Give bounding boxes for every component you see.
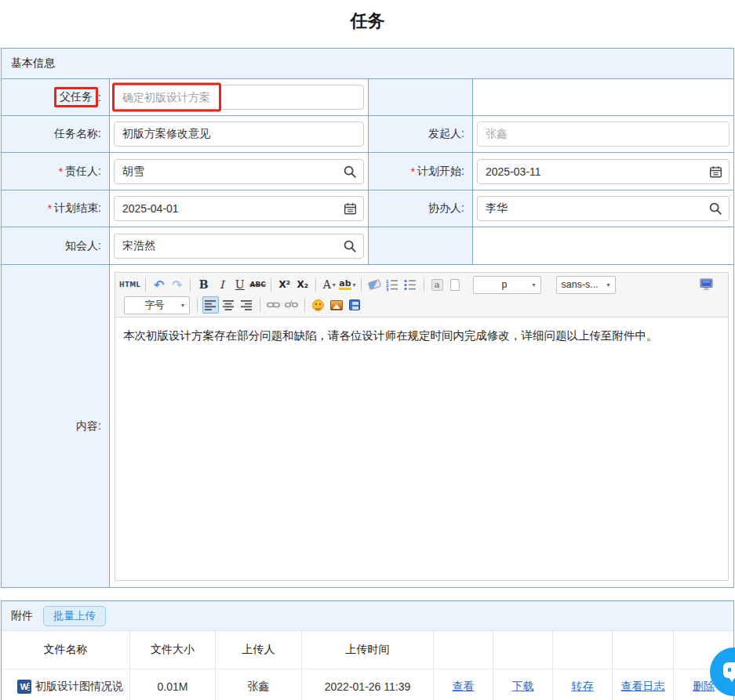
empty-label-cell-2	[368, 227, 472, 264]
calendar-icon[interactable]	[344, 202, 357, 216]
toolbar-separator	[315, 278, 316, 292]
page-title: 任务	[0, 0, 735, 48]
responsible-label-cell: * 责任人:	[2, 153, 109, 190]
plan-end-input[interactable]	[114, 196, 364, 221]
anchor-button[interactable]: a	[429, 276, 446, 293]
toolbar-separator	[271, 278, 271, 292]
eraser-icon[interactable]	[366, 276, 383, 293]
basic-info-table: 基本信息 父任务: 任务名称: 发起人: * 责任人:	[1, 48, 734, 588]
row-notified: 知会人:	[2, 227, 733, 264]
unordered-list-button[interactable]	[402, 276, 419, 293]
plan-start-input-cell	[472, 153, 733, 190]
editor-toolbar: HTML ↶ ↷ B I U ABC X² X₂ A▾	[115, 273, 728, 317]
strikethrough-button[interactable]: ABC	[249, 276, 266, 293]
search-icon[interactable]	[343, 165, 357, 179]
view-link[interactable]: 查看	[453, 680, 475, 694]
row-plan-end: * 计划结束: 协办人:	[2, 190, 733, 227]
co-organizer-input-cell	[472, 190, 733, 227]
header-action-2	[493, 631, 552, 669]
insert-link-icon[interactable]	[265, 296, 282, 314]
subscript-button[interactable]: X₂	[294, 276, 311, 293]
redo-icon[interactable]: ↷	[169, 276, 185, 293]
insert-video-icon[interactable]	[346, 296, 362, 314]
initiator-input	[477, 122, 730, 147]
chevron-down-icon: ▾	[333, 281, 336, 288]
co-organizer-input[interactable]	[477, 196, 730, 221]
responsible-input[interactable]	[114, 159, 364, 184]
required-mark: *	[411, 165, 415, 178]
align-center-button[interactable]	[220, 296, 237, 314]
row-parent-task: 父任务:	[2, 78, 733, 115]
attachments-table-header: 文件名称 文件大小 上传人 上传时间	[2, 631, 733, 669]
empty-label-cell-1	[368, 79, 472, 115]
notified-input[interactable]	[114, 234, 364, 259]
chevron-down-icon: ▾	[533, 281, 536, 288]
font-color-button[interactable]: A▾	[321, 276, 337, 293]
task-name-input[interactable]	[114, 122, 364, 147]
chevron-down-icon: ▾	[181, 302, 184, 309]
parent-task-input[interactable]	[114, 85, 364, 110]
ordered-list-button[interactable]: 123	[384, 276, 401, 293]
empty-input-cell-1	[472, 79, 733, 115]
unlink-icon[interactable]	[283, 296, 300, 314]
rich-text-editor: HTML ↶ ↷ B I U ABC X² X₂ A▾	[115, 272, 729, 581]
file-name-cell: W 初版设计图情况说	[2, 669, 129, 700]
attachments-header: 附件 批量上传	[2, 601, 733, 631]
font-size-select[interactable]: 字号▾	[124, 296, 190, 314]
parent-task-label-colon: :	[98, 91, 101, 103]
word-file-icon: W	[17, 680, 31, 694]
parent-task-input-cell	[109, 79, 368, 115]
superscript-button[interactable]: X²	[276, 276, 293, 293]
paragraph-format-select[interactable]: p▾	[473, 276, 541, 294]
highlight-color-button[interactable]: ab▾	[339, 276, 355, 293]
editor-content[interactable]: 本次初版设计方案存在部分问题和缺陷，请各位设计师在规定时间内完成修改，详细问题以…	[115, 317, 728, 580]
header-action-1	[433, 631, 493, 669]
emoticon-icon[interactable]	[310, 296, 326, 314]
highlight-letters: ab	[339, 279, 351, 290]
initiator-input-cell	[472, 116, 733, 152]
insert-image-icon[interactable]	[328, 296, 344, 314]
toolbar-separator	[260, 299, 260, 312]
search-icon[interactable]	[708, 201, 722, 216]
align-left-button[interactable]	[202, 296, 219, 314]
toolbar-separator	[304, 299, 305, 312]
file-uploader: 张鑫	[215, 669, 301, 700]
notified-input-cell	[109, 227, 368, 264]
header-action-3	[552, 631, 612, 669]
file-size: 0.01M	[129, 669, 215, 700]
font-family-select[interactable]: sans-s...▾	[556, 276, 616, 294]
toolbar-separator	[190, 278, 191, 292]
responsible-label: 责任人:	[65, 165, 101, 179]
font-family-value: sans-s...	[562, 279, 599, 290]
basic-info-section-header: 基本信息	[2, 49, 733, 78]
attachments-title: 附件	[11, 609, 33, 623]
attachment-table-row: W 初版设计图情况说 0.01M 张鑫 2022-01-26 11:39 查看 …	[2, 669, 733, 700]
empty-input-cell-2	[472, 227, 733, 264]
underline-button[interactable]: U	[231, 276, 248, 293]
header-file-name: 文件名称	[2, 631, 129, 669]
italic-button[interactable]: I	[213, 276, 230, 293]
view-log-link[interactable]: 查看日志	[621, 680, 665, 694]
plan-end-input-cell	[109, 190, 368, 227]
notified-label: 知会人:	[2, 227, 109, 264]
fullscreen-monitor-icon[interactable]	[698, 276, 715, 293]
plan-start-input[interactable]	[477, 159, 730, 184]
batch-upload-button[interactable]: 批量上传	[43, 606, 106, 626]
row-content: 内容: HTML ↶ ↷ B I U ABC X²	[2, 264, 733, 587]
bold-button[interactable]: B	[195, 276, 212, 293]
task-name-label: 任务名称:	[2, 116, 109, 152]
header-action-4	[612, 631, 673, 669]
parent-task-label-cell: 父任务:	[2, 79, 109, 115]
toolbar-separator	[361, 278, 362, 292]
header-file-size: 文件大小	[129, 631, 215, 669]
html-source-button[interactable]: HTML	[119, 276, 140, 293]
align-right-button[interactable]	[238, 296, 255, 314]
calendar-icon[interactable]	[709, 165, 722, 178]
transfer-link[interactable]: 转存	[572, 680, 594, 694]
task-name-input-cell	[109, 116, 368, 152]
new-page-icon[interactable]	[447, 276, 464, 293]
search-icon[interactable]	[343, 239, 357, 253]
undo-icon[interactable]: ↶	[151, 276, 167, 293]
download-link[interactable]: 下载	[512, 680, 534, 694]
chevron-down-icon: ▾	[353, 281, 356, 288]
